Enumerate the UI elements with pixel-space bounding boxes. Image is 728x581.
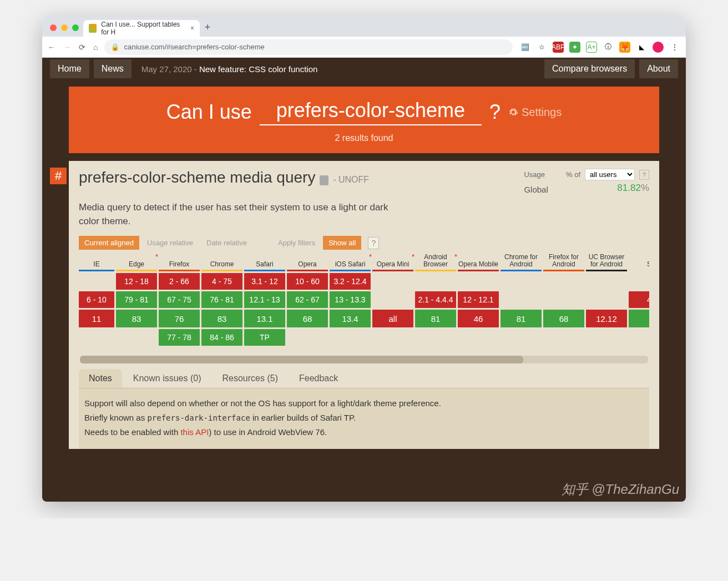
extension-aplus-icon[interactable]: A+ (586, 42, 597, 53)
reload-icon[interactable]: ⟳ (79, 43, 85, 52)
nav-announcement[interactable]: May 27, 2020 - New feature: CSS color fu… (136, 64, 318, 74)
browser-header[interactable]: iOS Safari* (330, 252, 371, 270)
browser-header[interactable]: UC Browser for Android (586, 252, 627, 270)
extension-purple-icon[interactable]: ◣ (636, 42, 647, 53)
browser-header[interactable]: Firefox (159, 252, 200, 270)
browser-header[interactable]: IE (79, 252, 114, 270)
version-cell-current[interactable]: 83 (116, 310, 157, 327)
version-cell-past-1[interactable]: 2.1 - 4.4.4 (415, 291, 456, 308)
filter-apply[interactable]: Apply filters (272, 236, 321, 250)
version-cell-past-1[interactable]: 6 - 10 (79, 291, 114, 308)
close-window-button[interactable] (50, 24, 57, 31)
home-icon[interactable]: ⌂ (93, 43, 98, 52)
support-table-scroll[interactable]: IE6 - 1011Edge*12 - 1879 - 8183Firefox2 … (79, 252, 649, 350)
version-cell-past-2[interactable] (372, 273, 413, 290)
version-cell-past-2[interactable]: 4 - 75 (201, 273, 242, 290)
version-cell-past-2[interactable]: 3.1 - 12 (244, 273, 285, 290)
forward-icon[interactable]: → (63, 43, 71, 52)
filter-usage-relative[interactable]: Usage relative (141, 236, 199, 250)
version-cell-current[interactable]: 12.12 (586, 310, 627, 327)
avatar-icon[interactable] (653, 42, 664, 53)
version-cell-past-2[interactable]: 2 - 66 (159, 273, 200, 290)
version-cell-current[interactable]: 13.4 (330, 310, 371, 327)
version-cell-past-2[interactable] (501, 273, 542, 290)
nav-compare[interactable]: Compare browsers (544, 59, 635, 78)
version-cell-future[interactable] (543, 329, 584, 346)
version-cell-current[interactable]: 83 (201, 310, 242, 327)
version-cell-past-1[interactable] (501, 291, 542, 308)
version-cell-future[interactable] (501, 329, 542, 346)
version-cell-future[interactable] (287, 329, 328, 346)
usage-help-icon[interactable]: ? (639, 170, 649, 180)
info-icon[interactable]: ⓘ (603, 42, 614, 53)
scrollbar-thumb[interactable] (80, 356, 523, 363)
close-tab-icon[interactable]: × (190, 24, 194, 32)
version-cell-current[interactable]: 68 (543, 310, 584, 327)
tab-notes[interactable]: Notes (79, 369, 122, 388)
version-cell-past-1[interactable]: 12 - 12.1 (458, 291, 499, 308)
version-cell-current[interactable]: 13.1 (244, 310, 285, 327)
version-cell-future[interactable] (79, 329, 114, 346)
version-cell-future[interactable] (415, 329, 456, 346)
version-cell-past-2[interactable] (415, 273, 456, 290)
metamask-icon[interactable]: 🦊 (619, 42, 630, 53)
version-cell-past-1[interactable] (543, 291, 584, 308)
version-cell-past-2[interactable] (458, 273, 499, 290)
filter-current-aligned[interactable]: Current aligned (79, 236, 139, 250)
version-cell-future[interactable] (458, 329, 499, 346)
version-cell-current[interactable]: 11 (79, 310, 114, 327)
filter-help-icon[interactable]: ? (368, 237, 379, 249)
filter-show-all[interactable]: Show all (323, 236, 361, 250)
version-cell-past-1[interactable]: 76 - 81 (201, 291, 242, 308)
version-cell-past-1[interactable]: 13 - 13.3 (330, 291, 371, 308)
tab-feedback[interactable]: Feedback (289, 369, 348, 388)
version-cell-current[interactable]: 81 (415, 310, 456, 327)
version-cell-past-2[interactable] (586, 273, 627, 290)
nav-about[interactable]: About (639, 59, 678, 78)
version-cell-current[interactable]: 46 (458, 310, 499, 327)
settings-button[interactable]: Settings (508, 106, 562, 119)
browser-header[interactable]: Opera Mobile (458, 252, 499, 270)
version-cell-future[interactable]: 77 - 78 (159, 329, 200, 346)
version-cell-past-1[interactable] (372, 291, 413, 308)
extension-green-icon[interactable]: ✦ (569, 42, 580, 53)
version-cell-future[interactable] (372, 329, 413, 346)
version-cell-past-2[interactable]: 10 - 60 (287, 273, 328, 290)
browser-header[interactable]: Chrome for Android (501, 252, 542, 270)
version-cell-past-2[interactable] (629, 273, 649, 290)
version-cell-future[interactable] (116, 329, 157, 346)
usage-scope-select[interactable]: all users (585, 169, 635, 180)
version-cell-future[interactable] (586, 329, 627, 346)
adblock-icon[interactable]: ABP (553, 42, 564, 53)
version-cell-past-2[interactable]: 3.2 - 12.4 (330, 273, 371, 290)
translate-icon[interactable]: 🔤 (519, 42, 530, 53)
version-cell-current[interactable]: 68 (287, 310, 328, 327)
horizontal-scrollbar[interactable] (80, 356, 648, 363)
api-link[interactable]: this API (180, 427, 209, 437)
nav-news[interactable]: News (94, 59, 132, 78)
nav-home[interactable]: Home (50, 59, 89, 78)
version-cell-past-1[interactable]: 12.1 - 13 (244, 291, 285, 308)
version-cell-past-1[interactable]: 67 - 75 (159, 291, 200, 308)
search-input[interactable] (260, 99, 482, 125)
version-cell-current[interactable]: 76 (159, 310, 200, 327)
back-icon[interactable]: ← (48, 43, 55, 52)
version-cell-current[interactable]: 81 (501, 310, 542, 327)
tab-known-issues[interactable]: Known issues (0) (123, 369, 211, 388)
browser-header[interactable]: Firefox for Android (543, 252, 584, 270)
browser-tab[interactable]: Can I use... Support tables for H × (83, 20, 200, 37)
version-cell-future[interactable]: 84 - 86 (201, 329, 242, 346)
browser-header[interactable]: Android Browser* (415, 252, 456, 270)
tab-resources[interactable]: Resources (5) (213, 369, 288, 388)
version-cell-current[interactable]: all (372, 310, 413, 327)
version-cell-past-2[interactable]: 12 - 18 (116, 273, 157, 290)
version-cell-future[interactable] (629, 329, 649, 346)
filter-date-relative[interactable]: Date relative (201, 236, 252, 250)
menu-icon[interactable]: ⋮ (669, 42, 680, 53)
browser-header[interactable]: S (629, 252, 649, 270)
maximize-window-button[interactable] (72, 24, 79, 31)
version-cell-current[interactable] (629, 310, 649, 327)
browser-header[interactable]: Edge* (116, 252, 157, 270)
hash-anchor[interactable]: # (50, 168, 67, 184)
version-cell-past-1[interactable] (586, 291, 627, 308)
